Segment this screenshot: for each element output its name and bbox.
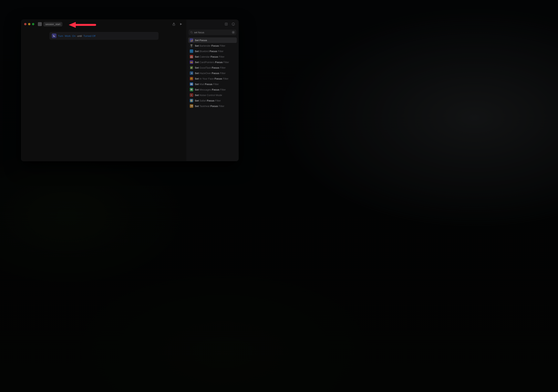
result-item[interactable]: 🐦Set Bluebird Focus Filter — [188, 48, 237, 54]
moon-icon — [52, 33, 57, 38]
sidebar-toolbar — [187, 20, 238, 28]
result-icon: 😠 — [190, 77, 193, 80]
result-item[interactable]: 💬Set Messages Focus Filter — [188, 87, 237, 92]
window-minimize-button[interactable] — [28, 23, 30, 25]
shortcut-title-chip[interactable]: session_start — [43, 22, 62, 26]
result-label: Set Mail Focus Filter — [195, 83, 219, 86]
result-label: Set Bluebird Focus Filter — [195, 50, 224, 53]
result-icon: 🍸 — [190, 44, 193, 47]
run-button[interactable] — [178, 21, 184, 27]
action-token-turn[interactable]: Turn — [58, 34, 63, 37]
result-item[interactable]: 🍸Set Bartender Focus Filter — [188, 43, 237, 48]
info-button[interactable] — [231, 21, 236, 27]
result-icon: 🐦 — [190, 49, 193, 53]
result-item[interactable]: 🖥Set HazeOver Focus Filter — [188, 70, 237, 76]
x-icon — [232, 31, 235, 34]
svg-point-3 — [191, 31, 192, 33]
result-label: Set In Your Face Focus Filter — [195, 77, 228, 80]
workflow-area: Turn Work On until Turned Off — [21, 28, 186, 40]
search-icon — [190, 31, 193, 34]
result-icon: 🧭 — [190, 99, 193, 102]
result-label: Set Safari Focus Filter — [195, 99, 221, 102]
result-icon: 🗺 — [190, 104, 193, 108]
result-item[interactable]: 🧭Set Safari Focus Filter — [188, 98, 237, 103]
result-label: Set HazeOver Focus Filter — [195, 72, 226, 75]
search-results: 🌙Set Focus🍸Set Bartender Focus Filter🐦Se… — [187, 36, 238, 110]
result-item[interactable]: ✉️Set Mail Focus Filter — [188, 81, 237, 87]
result-icon: 💳 — [190, 60, 193, 64]
window-zoom-button[interactable] — [32, 23, 34, 25]
result-icon: ✉️ — [190, 82, 193, 86]
result-item[interactable]: 🔇Set Noise Control Mode — [188, 92, 237, 98]
action-token-on[interactable]: On — [72, 34, 76, 37]
result-item[interactable]: ✅Set GoodTask Focus Filter — [188, 65, 237, 70]
search-input[interactable] — [194, 31, 231, 34]
action-text-until: until — [77, 34, 82, 37]
library-icon — [225, 22, 228, 26]
result-label: Set Calendar Focus Filter — [195, 55, 225, 58]
result-item[interactable]: 🗺Set Taskheat Focus Filter — [188, 103, 237, 109]
result-label: Set Bartender Focus Filter — [195, 44, 225, 47]
info-icon — [232, 22, 235, 26]
result-item[interactable]: 📅Set Calendar Focus Filter — [188, 54, 237, 59]
result-item[interactable]: 😠Set In Your Face Focus Filter — [188, 76, 237, 81]
main-pane: session_start Turn Work On — [21, 20, 187, 161]
result-label: Set Taskheat Focus Filter — [195, 105, 224, 108]
result-icon: 💬 — [190, 88, 193, 91]
actions-search[interactable] — [189, 30, 236, 35]
result-icon: ✅ — [190, 66, 193, 69]
result-label: Set CardPointers Focus Filter — [195, 61, 229, 64]
result-item[interactable]: 🌙Set Focus — [188, 37, 237, 43]
traffic-lights — [24, 23, 34, 25]
result-icon: 🖥 — [190, 71, 193, 75]
result-icon: 🔇 — [190, 93, 193, 97]
result-icon: 📅 — [190, 55, 193, 58]
result-label: Set Focus — [195, 39, 207, 42]
titlebar: session_start — [21, 20, 186, 28]
shortcuts-editor-window: session_start Turn Work On — [21, 20, 239, 161]
play-icon — [179, 22, 183, 26]
search-wrap — [187, 28, 238, 36]
result-label: Set GoodTask Focus Filter — [195, 66, 226, 69]
shortcut-title: session_start — [45, 23, 61, 26]
share-icon — [172, 22, 176, 26]
clear-search-button[interactable] — [232, 31, 235, 34]
action-token-work[interactable]: Work — [65, 34, 71, 37]
library-button[interactable] — [224, 21, 229, 27]
action-token-turned-off[interactable]: Turned Off — [83, 34, 95, 37]
window-close-button[interactable] — [24, 23, 26, 25]
share-button[interactable] — [171, 21, 177, 27]
result-icon: 🌙 — [190, 38, 193, 42]
result-label: Set Messages Focus Filter — [195, 88, 226, 91]
action-set-focus[interactable]: Turn Work On until Turned Off — [49, 32, 158, 40]
result-item[interactable]: 💳Set CardPointers Focus Filter — [188, 59, 237, 65]
result-label: Set Noise Control Mode — [195, 94, 222, 97]
shortcut-icon — [38, 22, 42, 26]
actions-sidebar: 🌙Set Focus🍸Set Bartender Focus Filter🐦Se… — [187, 20, 238, 161]
